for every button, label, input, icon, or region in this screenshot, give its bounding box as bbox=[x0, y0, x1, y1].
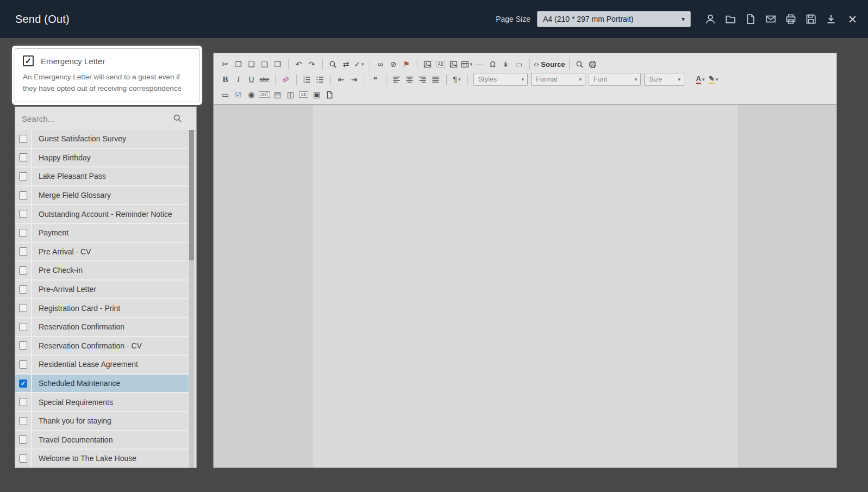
paste-from-word-icon[interactable]: ❒ bbox=[271, 58, 284, 71]
template-checkbox[interactable] bbox=[19, 417, 27, 425]
search-icon[interactable] bbox=[173, 114, 182, 123]
outdent-icon[interactable]: ⇤ bbox=[335, 73, 347, 86]
download-icon[interactable] bbox=[826, 14, 836, 24]
search-input[interactable] bbox=[15, 107, 196, 130]
radio-button-icon[interactable]: ◉ bbox=[245, 89, 258, 101]
template-row[interactable]: Outstanding Account - Reminder Notice bbox=[15, 205, 189, 224]
template-row[interactable]: Pre-Arrival Letter bbox=[15, 281, 189, 300]
template-checkbox[interactable] bbox=[19, 398, 27, 406]
emergency-letter-checkbox[interactable]: ✓ bbox=[23, 55, 34, 66]
italic-icon[interactable]: I bbox=[232, 73, 245, 86]
template-row[interactable]: Welcome to The Lake House bbox=[15, 450, 189, 468]
page-break-icon[interactable]: ↡ bbox=[499, 58, 512, 71]
image-button-icon[interactable]: ▣ bbox=[310, 89, 323, 101]
template-row[interactable]: Merge Field Glossary bbox=[15, 186, 189, 205]
template-checkbox[interactable] bbox=[19, 210, 27, 218]
size-dropdown[interactable]: Size▾ bbox=[644, 73, 684, 86]
template-label[interactable]: Lake Pleasant Pass bbox=[32, 172, 106, 180]
template-label[interactable]: Guest Satisfaction Survey bbox=[32, 134, 126, 143]
styles-dropdown[interactable]: Styles▾ bbox=[473, 73, 528, 86]
align-justify-icon[interactable] bbox=[429, 73, 442, 86]
template-row[interactable]: Registration Card - Print bbox=[15, 299, 189, 318]
template-checkbox[interactable] bbox=[19, 304, 27, 312]
paste-icon[interactable]: ❏ bbox=[245, 58, 258, 71]
template-checkbox[interactable] bbox=[19, 454, 27, 463]
document-icon[interactable] bbox=[745, 14, 756, 24]
source-button[interactable]: ‹›Source bbox=[534, 58, 565, 71]
template-row[interactable]: ✓Scheduled Maintenance bbox=[15, 375, 189, 394]
template-label[interactable]: Special Requirements bbox=[32, 398, 113, 407]
template-row[interactable]: Thank you for staying bbox=[15, 412, 189, 431]
folder-icon[interactable] bbox=[725, 14, 736, 24]
unlink-icon[interactable]: ⊘ bbox=[387, 58, 399, 71]
template-checkbox[interactable] bbox=[19, 135, 27, 143]
numbered-list-icon[interactable]: 123 bbox=[301, 73, 313, 86]
format-dropdown[interactable]: Format▾ bbox=[531, 73, 585, 86]
align-center-icon[interactable] bbox=[403, 73, 416, 86]
template-label[interactable]: Payment bbox=[32, 228, 68, 237]
highlight-color-icon[interactable]: ✎▾ bbox=[707, 73, 720, 86]
template-label[interactable]: Pre Arrival - CV bbox=[32, 247, 91, 256]
close-icon[interactable] bbox=[848, 15, 857, 24]
template-checkbox[interactable] bbox=[19, 360, 27, 369]
copy-icon[interactable]: ❐ bbox=[232, 58, 245, 71]
template-checkbox[interactable]: ✓ bbox=[19, 379, 27, 388]
template-label[interactable]: Travel Documentation bbox=[32, 435, 113, 444]
page-size-select[interactable]: A4 (210 * 297 mm Portrait) ▾ bbox=[537, 11, 691, 27]
save-icon[interactable] bbox=[805, 14, 816, 24]
template-label[interactable]: Scheduled Maintenance bbox=[32, 379, 120, 388]
image-icon[interactable] bbox=[421, 58, 434, 71]
template-checkbox[interactable] bbox=[19, 323, 27, 331]
template-checkbox[interactable] bbox=[19, 341, 27, 350]
button-icon[interactable]: ab bbox=[297, 89, 310, 101]
remove-format-icon[interactable] bbox=[279, 73, 292, 86]
template-checkbox[interactable] bbox=[19, 229, 27, 237]
template-row[interactable]: Guest Satisfaction Survey bbox=[15, 130, 189, 149]
preview-icon[interactable] bbox=[573, 58, 586, 71]
select-field-icon[interactable]: ◫ bbox=[284, 89, 297, 101]
iframe-icon[interactable]: ▭ bbox=[513, 58, 525, 71]
cut-icon[interactable]: ✂ bbox=[219, 58, 232, 71]
template-label[interactable]: Happy Birthday bbox=[32, 153, 91, 162]
horizontal-rule-icon[interactable]: ― bbox=[473, 58, 486, 71]
template-row[interactable]: Reservation Confirmation - CV bbox=[15, 337, 189, 356]
template-row[interactable]: Lake Pleasant Pass bbox=[15, 167, 189, 186]
underline-icon[interactable]: U bbox=[245, 73, 258, 86]
template-checkbox[interactable] bbox=[19, 247, 27, 256]
form-icon[interactable]: ▭ bbox=[219, 89, 232, 101]
table-icon[interactable]: ▾ bbox=[460, 58, 473, 71]
template-checkbox[interactable] bbox=[19, 172, 27, 180]
user-icon[interactable] bbox=[705, 14, 716, 24]
editor-content[interactable] bbox=[214, 105, 836, 468]
template-checkbox[interactable] bbox=[19, 285, 27, 294]
print-icon[interactable] bbox=[586, 58, 599, 71]
undo-icon[interactable]: ↶ bbox=[292, 58, 305, 71]
flash-icon[interactable] bbox=[447, 58, 460, 71]
text-direction-icon[interactable]: ¶▾ bbox=[451, 73, 463, 86]
bulleted-list-icon[interactable] bbox=[314, 73, 326, 86]
template-label[interactable]: Reservation Confirmation - CV bbox=[32, 341, 142, 350]
indent-icon[interactable]: ⇥ bbox=[348, 73, 360, 86]
textarea-icon[interactable]: ▤ bbox=[271, 89, 284, 101]
template-row[interactable]: Pre Check-in bbox=[15, 261, 189, 281]
template-row[interactable]: Reservation Confirmation bbox=[15, 318, 189, 337]
template-label[interactable]: Pre Check-in bbox=[32, 266, 83, 275]
align-left-icon[interactable] bbox=[390, 73, 403, 86]
template-label[interactable]: Outstanding Account - Reminder Notice bbox=[32, 210, 172, 219]
checkbox-icon[interactable]: ☑ bbox=[232, 89, 245, 101]
template-checkbox[interactable] bbox=[19, 435, 27, 444]
template-label[interactable]: Residential Lease Agreement bbox=[32, 360, 138, 369]
template-label[interactable]: Registration Card - Print bbox=[32, 304, 120, 313]
template-label[interactable]: Thank you for staying bbox=[32, 416, 111, 425]
template-row[interactable]: Special Requirements bbox=[15, 393, 189, 412]
font-dropdown[interactable]: Font▾ bbox=[589, 73, 641, 86]
scrollbar-track[interactable] bbox=[189, 130, 194, 468]
template-row[interactable]: Residential Lease Agreement bbox=[15, 356, 189, 375]
bold-icon[interactable]: B bbox=[219, 73, 232, 86]
template-row[interactable]: Payment bbox=[15, 224, 189, 243]
template-label[interactable]: Welcome to The Lake House bbox=[32, 454, 136, 463]
mail-icon[interactable] bbox=[765, 14, 776, 24]
print-icon[interactable] bbox=[785, 14, 796, 24]
template-label[interactable]: Pre-Arrival Letter bbox=[32, 285, 96, 294]
template-checkbox[interactable] bbox=[19, 266, 27, 275]
